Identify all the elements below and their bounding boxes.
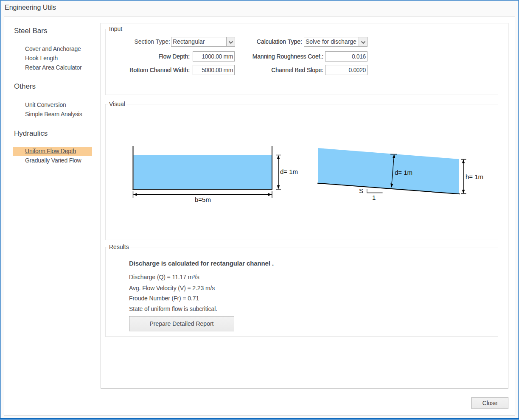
svg-text:S: S [359, 187, 363, 194]
svg-text:d= 1m: d= 1m [280, 168, 298, 175]
svg-text:b=5m: b=5m [195, 196, 211, 203]
svg-text:1: 1 [372, 194, 376, 201]
svg-text:h= 1m: h= 1m [466, 173, 483, 180]
svg-text:d= 1m: d= 1m [395, 169, 412, 176]
